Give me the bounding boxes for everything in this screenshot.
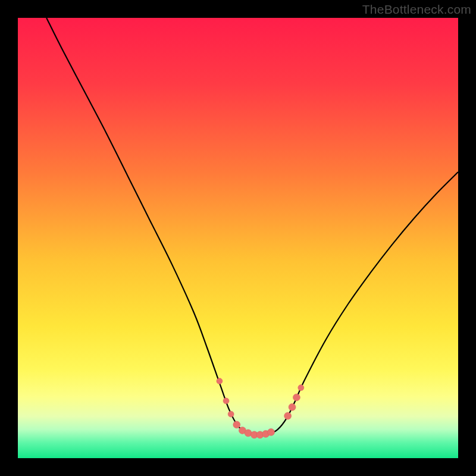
curve-marker [268,428,275,436]
plot-area [18,18,458,458]
curve-marker [223,398,229,404]
curve-marker [289,403,296,411]
curve-marker [298,385,304,391]
curve-markers [217,378,304,439]
curve-marker [228,411,234,417]
curve-marker [217,378,223,384]
watermark-text: TheBottleneck.com [362,2,471,17]
bottleneck-curve [46,18,458,435]
curve-marker [233,421,240,428]
curve-marker [284,412,292,419]
curve-marker [245,430,252,437]
curve-layer [18,18,458,458]
curve-marker [293,394,300,401]
